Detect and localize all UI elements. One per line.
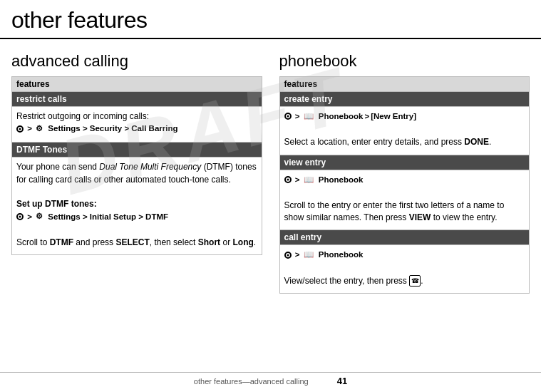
page-header: other features <box>0 0 541 39</box>
phonebook-icon-call: 📖 <box>304 249 314 261</box>
dtmf-name-row: DTMF Tones <box>12 143 262 158</box>
right-column: phonebook features create entry > 📖 Phon… <box>279 52 530 294</box>
phonebook-icon-view: 📖 <box>304 174 314 186</box>
phonebook-heading: phonebook <box>279 52 530 71</box>
right-table-header-cell: features <box>279 77 530 92</box>
footer-page-number: 41 <box>337 376 347 386</box>
create-entry-description: Select a location, enter entry details, … <box>284 137 492 147</box>
nav-bullet-call <box>284 252 292 259</box>
view-entry-description: Scroll to the entry or enter the first t… <box>284 200 505 222</box>
call-entry-description: View/select the entry, then press ☎. <box>284 276 423 286</box>
view-entry-name-row: view entry <box>279 155 530 170</box>
dtmf-nav-text: Settings > Initial Setup > DTMF <box>48 211 168 223</box>
settings-icon-restrict: ⚙ <box>36 123 43 135</box>
create-entry-name-row: create entry <box>279 92 530 107</box>
view-entry-nav: > 📖 Phonebook <box>284 174 364 186</box>
left-column: advanced calling features restrict calls… <box>11 52 262 294</box>
dtmf-description: Your phone can send Dual Tone Multi Freq… <box>16 162 257 184</box>
view-entry-label: view entry <box>279 155 530 170</box>
dtmf-scroll-text: Scroll to DTMF and press SELECT, then se… <box>16 237 256 247</box>
restrict-calls-name-row: restrict calls <box>12 92 262 107</box>
call-entry-content: > 📖 Phonebook View/select the entry, the… <box>279 245 530 294</box>
page-title: other features <box>11 7 530 33</box>
phonebook-icon-create: 📖 <box>304 110 314 123</box>
dtmf-nav: > ⚙ Settings > Initial Setup > DTMF <box>16 211 168 223</box>
footer-left-text: other features—advanced calling <box>194 377 309 386</box>
left-table-header-row: features <box>12 77 262 92</box>
call-entry-content-row: > 📖 Phonebook View/select the entry, the… <box>279 245 530 294</box>
nav-bullet-dtmf <box>16 213 24 220</box>
dtmf-setup-label: Set up DTMF tones: <box>16 199 97 209</box>
create-entry-content-row: > 📖 Phonebook > [New Entry] Select a loc… <box>279 107 530 155</box>
view-entry-content-row: > 📖 Phonebook Scroll to the entry or ent… <box>279 170 530 230</box>
nav-bullet-create <box>284 113 292 120</box>
restrict-nav-text: Settings > Security > Call Barring <box>48 123 177 135</box>
call-entry-nav: > 📖 Phonebook <box>284 249 364 261</box>
restrict-calls-nav: > ⚙ Settings > Security > Call Barring <box>16 123 177 135</box>
left-table-header-cell: features <box>12 77 262 92</box>
advanced-calling-table: features restrict calls Restrict outgoin… <box>11 76 262 255</box>
call-entry-name-row: call entry <box>279 230 530 245</box>
create-entry-label: create entry <box>279 92 530 107</box>
phonebook-table: features create entry > 📖 Phonebook > [N… <box>279 76 530 294</box>
dtmf-content: Your phone can send Dual Tone Multi Freq… <box>12 158 262 255</box>
advanced-calling-heading: advanced calling <box>11 52 262 71</box>
settings-icon-dtmf: ⚙ <box>36 211 43 222</box>
restrict-calls-content: Restrict outgoing or incoming calls: > ⚙… <box>12 107 262 143</box>
dtmf-content-row: Your phone can send Dual Tone Multi Freq… <box>12 158 262 255</box>
create-entry-content: > 📖 Phonebook > [New Entry] Select a loc… <box>279 107 530 155</box>
restrict-calls-description: Restrict outgoing or incoming calls: <box>16 111 149 121</box>
right-table-header-row: features <box>279 77 530 92</box>
nav-bullet-restrict <box>16 125 24 133</box>
restrict-calls-content-row: Restrict outgoing or incoming calls: > ⚙… <box>12 107 262 143</box>
call-entry-label: call entry <box>279 230 530 245</box>
page-footer: other features—advanced calling 41 <box>0 372 541 386</box>
dtmf-label: DTMF Tones <box>12 143 262 158</box>
view-entry-content: > 📖 Phonebook Scroll to the entry or ent… <box>279 170 530 230</box>
create-entry-nav: > 📖 Phonebook > [New Entry] <box>284 110 417 123</box>
call-button-icon: ☎ <box>409 275 421 287</box>
nav-bullet-view <box>284 176 292 183</box>
restrict-calls-label: restrict calls <box>12 92 262 107</box>
